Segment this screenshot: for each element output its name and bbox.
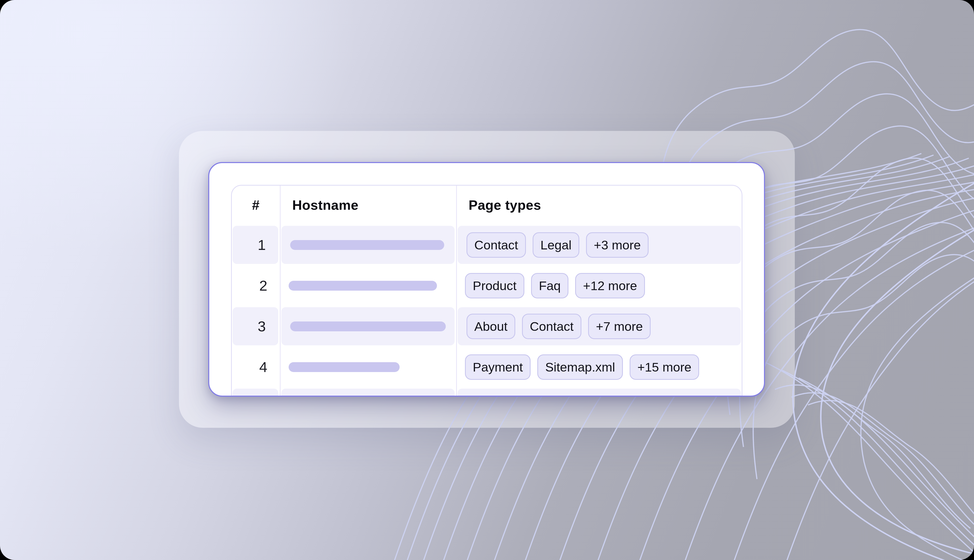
table-row: 4 Payment Sitemap.xml +15 more (232, 347, 742, 387)
pagetypes-cell (458, 388, 741, 397)
pagetypes-cell: About Contact +7 more (458, 307, 741, 345)
hostname-cell (280, 347, 456, 387)
column-header-pagetypes: Page types (456, 186, 742, 225)
row-index: 2 (232, 265, 280, 306)
pagetypes-cell: Contact Legal +3 more (458, 226, 741, 264)
row-index: 3 (233, 307, 278, 345)
column-header-index: # (232, 186, 280, 225)
more-pagetypes-badge[interactable]: +7 more (588, 314, 650, 339)
pagetype-badge[interactable]: Product (465, 273, 524, 298)
pagetype-badge[interactable]: Contact (522, 314, 581, 339)
pagetypes-cell: Payment Sitemap.xml +15 more (456, 347, 742, 387)
pagetype-badge[interactable]: About (467, 314, 515, 339)
hostname-placeholder-bar (290, 240, 444, 250)
hostname-placeholder-bar (289, 281, 437, 291)
row-index: 4 (232, 347, 280, 387)
pagetypes-cell: Product Faq +12 more (456, 265, 742, 306)
more-pagetypes-badge[interactable]: +12 more (575, 273, 645, 298)
table-row: 2 Product Faq +12 more (232, 265, 742, 306)
wave-braid-bottom-right (766, 181, 974, 560)
table-row: 1 Contact Legal +3 more (232, 225, 742, 265)
table-row: 3 About Contact +7 more (232, 306, 742, 347)
hostnames-table-card: # Hostname Page types 1 Contact Legal +3… (208, 162, 765, 397)
pagetype-badge[interactable]: Legal (533, 232, 579, 258)
row-index (233, 388, 278, 397)
hostname-cell (281, 307, 455, 345)
hostname-placeholder-bar (290, 322, 446, 331)
table-row-partial (232, 387, 742, 397)
column-header-hostname: Hostname (280, 186, 456, 225)
row-index: 1 (233, 226, 278, 264)
pagetype-badge[interactable]: Contact (467, 232, 526, 258)
more-pagetypes-badge[interactable]: +3 more (586, 232, 649, 258)
pagetype-badge[interactable]: Payment (465, 354, 530, 380)
pagetype-badge[interactable]: Faq (531, 273, 569, 298)
pagetype-badge[interactable]: Sitemap.xml (537, 354, 623, 380)
hostname-cell (280, 265, 456, 306)
hostname-cell (281, 226, 455, 264)
more-pagetypes-badge[interactable]: +15 more (630, 354, 699, 380)
page-background: # Hostname Page types 1 Contact Legal +3… (0, 0, 974, 560)
hostnames-table: # Hostname Page types 1 Contact Legal +3… (231, 185, 742, 397)
hostname-cell (281, 388, 455, 397)
hostname-placeholder-bar (289, 362, 400, 372)
table-header-row: # Hostname Page types (232, 186, 742, 225)
